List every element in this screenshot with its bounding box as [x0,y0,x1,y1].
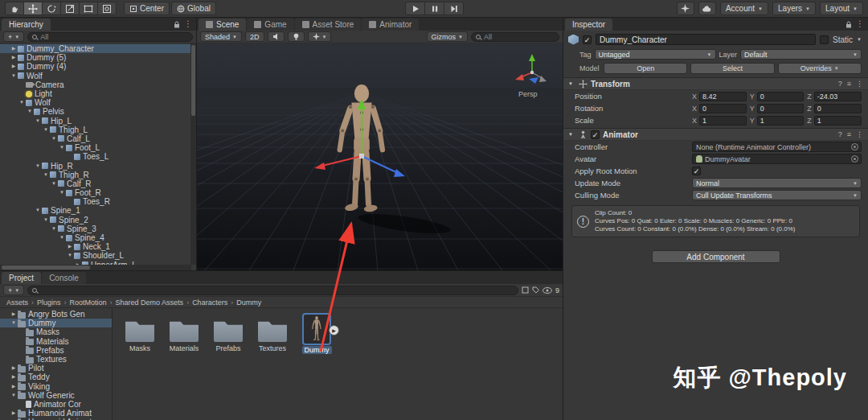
foldout-closed-icon[interactable]: ▶ [10,382,18,391]
play-button[interactable] [405,2,425,15]
asset-masks[interactable]: Masks [119,315,161,352]
tree-item-materials[interactable]: Materials [0,337,112,346]
tree-item-dummy-character[interactable]: ▶Dummy_Character [0,44,196,53]
projection-label[interactable]: Persp [518,90,538,98]
position-y-field[interactable]: 0 [757,92,805,101]
tab-project[interactable]: Project [2,272,41,284]
scale-tool-button[interactable] [60,2,80,15]
tree-item-calf-r[interactable]: ▼Calf_R [0,179,196,188]
foldout-open-icon[interactable]: ▼ [10,319,18,327]
step-button[interactable] [444,2,464,15]
layout-dropdown[interactable]: Layout▼ [820,2,863,15]
breadcrumb-plugins[interactable]: Plugins [37,299,61,307]
foldout-open-icon[interactable]: ▼ [18,98,26,107]
preset-icon[interactable]: ≡ [847,80,851,88]
tree-item-thigh-r[interactable]: ▼Thigh_R [0,171,196,179]
scene-search-input[interactable]: All [471,32,559,42]
culling-mode-dropdown[interactable]: Cull Update Transforms▼ [692,190,862,200]
breadcrumb-shared-demo-assets[interactable]: Shared Demo Assets [116,299,184,307]
foldout-closed-icon[interactable]: ▶ [66,242,74,251]
lock-icon[interactable] [174,21,180,28]
foldout-open-icon[interactable]: ▼ [58,233,66,242]
foldout-closed-icon[interactable]: ▶ [10,44,18,53]
object-picker-icon[interactable] [851,143,858,150]
help-icon[interactable]: ? [838,80,842,88]
create-menu-button[interactable]: +▼ [3,31,24,42]
tab-hierarchy[interactable]: Hierarchy [2,19,51,31]
tree-item-shoulder-l[interactable]: ▼Shoulder_L [0,251,196,260]
undo-history-button[interactable] [677,2,694,15]
tree-item-animator-cor[interactable]: Animator Cor [0,400,112,409]
foldout-closed-icon[interactable]: ▶ [10,373,18,381]
tree-item-prefabs[interactable]: Prefabs [0,346,112,355]
foldout-open-icon[interactable]: ▼ [34,117,42,126]
tree-item-wolf-generic[interactable]: ▼Wolf Generic [0,391,112,400]
transform-tool-button[interactable] [97,2,117,15]
scrollbar-thumb[interactable] [2,266,90,270]
account-dropdown[interactable]: Account▼ [720,2,768,15]
foldout-closed-icon[interactable]: ▶ [10,310,18,319]
gameobject-name-field[interactable]: Dummy_Character [596,34,816,45]
foldout-open-icon[interactable]: ▼ [50,134,58,143]
update-mode-dropdown[interactable]: Normal▼ [692,178,862,188]
tree-item-foot-l[interactable]: ▼Foot_L [0,143,196,152]
add-component-button[interactable]: Add Component [652,250,780,263]
axis-z-cone[interactable] [529,77,538,84]
tree-item-foot-r[interactable]: ▼Foot_R [0,188,196,197]
foldout-open-icon[interactable]: ▼ [10,72,18,80]
model-overrides-dropdown[interactable]: Overrides▼ [778,63,862,74]
tree-item-spine-3[interactable]: ▼Spine_3 [0,224,196,233]
tree-item-teddy[interactable]: ▶Teddy [0,373,112,381]
foldout-open-icon[interactable]: ▼ [568,132,575,137]
foldout-open-icon[interactable]: ▼ [58,143,66,152]
tree-item-calf-l[interactable]: ▼Calf_L [0,134,196,143]
foldout-open-icon[interactable]: ▼ [568,81,575,86]
kebab-menu-icon[interactable]: ⋮ [856,80,863,88]
scrollbar-thumb[interactable] [191,45,195,116]
project-search-input[interactable] [27,286,518,295]
rotation-z-field[interactable]: 0 [814,104,862,113]
foldout-closed-icon[interactable]: ▶ [10,62,18,71]
asset-textures[interactable]: Textures [252,315,293,352]
asset-materials[interactable]: Materials [163,315,205,352]
breadcrumb-dummy[interactable]: Dummy [236,299,261,307]
axis-x-cone[interactable] [515,74,524,80]
asset-prefabs[interactable]: Prefabs [207,315,249,352]
foldout-open-icon[interactable]: ▼ [50,179,58,188]
tree-item-wolf[interactable]: ▼Wolf [0,98,196,107]
axis-y-cone[interactable] [529,54,535,61]
layers-dropdown[interactable]: Layers▼ [772,2,816,15]
foldout-open-icon[interactable]: ▼ [42,216,50,224]
axis-negative-cone[interactable] [539,76,547,82]
foldout-open-icon[interactable]: ▼ [26,107,34,116]
horizontal-scrollbar[interactable] [0,265,191,270]
foldout-open-icon[interactable]: ▼ [42,171,50,179]
gizmo-hub[interactable] [530,71,534,74]
tree-item-pelvis[interactable]: ▼Pelvis [0,107,196,116]
gizmos-dropdown[interactable]: Gizmos▼ [427,31,468,42]
gizmo-center-handle[interactable] [359,154,364,159]
tree-item-pilot[interactable]: ▶Pilot [0,364,112,373]
tree-item-textures[interactable]: Textures [0,355,112,364]
model-open-button[interactable]: Open [604,63,687,74]
static-checkbox[interactable] [820,35,829,44]
create-menu-button[interactable]: +▼ [3,285,24,295]
tree-item-light[interactable]: Light [0,89,196,98]
pivot-toggle-button[interactable]: Center [124,2,170,15]
scene-effects-dropdown[interactable]: ▼ [308,31,332,42]
tree-item-thigh-l[interactable]: ▼Thigh_L [0,126,196,134]
collab-button[interactable] [698,2,716,15]
kebab-menu-icon[interactable]: ⋮ [856,131,863,138]
foldout-open-icon[interactable]: ▼ [34,206,42,215]
tab-asset-store[interactable]: Asset Store [295,19,362,31]
tree-item-neck-1[interactable]: ▶Neck_1 [0,242,196,251]
tree-item-toes-r[interactable]: Toes_R [0,197,196,206]
scene-lighting-toggle[interactable] [288,31,305,42]
tab-scene[interactable]: Scene [199,19,246,31]
tree-item-dummy[interactable]: ▼Dummy [0,319,112,327]
rect-tool-button[interactable] [79,2,98,15]
tab-game[interactable]: Game [247,19,293,31]
chevron-down-icon[interactable]: ▼ [857,37,862,42]
tab-inspector[interactable]: Inspector [565,19,612,31]
tree-item-masks[interactable]: Masks [0,327,112,336]
